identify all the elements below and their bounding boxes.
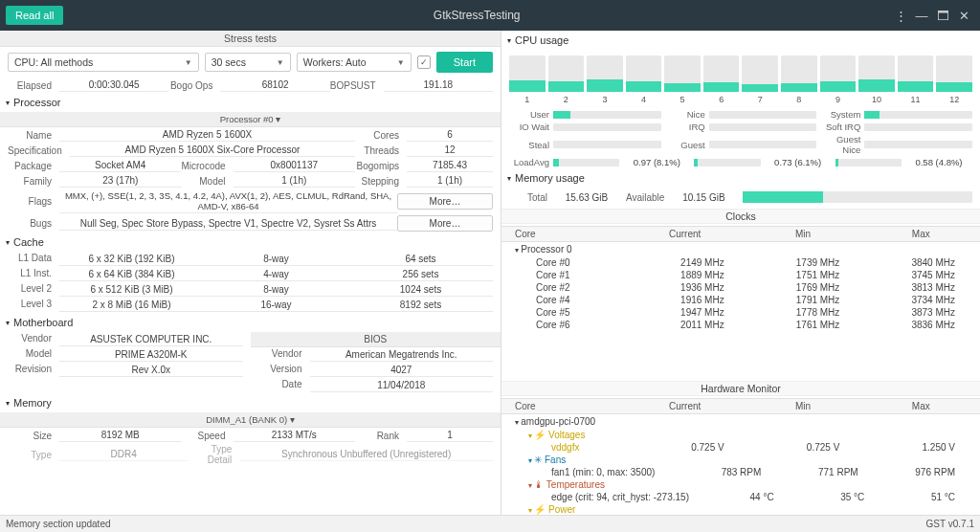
cpu-bar bbox=[626, 55, 662, 92]
cpu-bar bbox=[936, 55, 972, 92]
temps-node[interactable]: 🌡 Temperatures bbox=[501, 478, 980, 491]
bops-value: 191.18 bbox=[384, 78, 493, 92]
hwmon-header: Hardware Monitor bbox=[501, 381, 980, 396]
workers-combo[interactable]: Workers: Auto▼ bbox=[297, 53, 412, 72]
flags-more-button[interactable]: More… bbox=[397, 193, 493, 210]
mem-bar bbox=[743, 191, 972, 203]
clock-row: Core #11889 MHz1751 MHz3745 MHz bbox=[501, 269, 980, 281]
fan1-max: 976 RPM bbox=[876, 467, 972, 477]
memusage-expander[interactable]: ▾Memory usage bbox=[501, 168, 980, 188]
cache-expander[interactable]: ▾Cache bbox=[0, 233, 501, 252]
app-title: GtkStressTesting bbox=[63, 9, 890, 22]
fan1-label: fan1 (min: 0, max: 3500) bbox=[509, 467, 681, 477]
cpu-pkg: Socket AM4 bbox=[59, 159, 181, 172]
clocks-header: Clocks bbox=[501, 209, 980, 224]
motherboard-expander[interactable]: ▾Motherboard bbox=[0, 313, 501, 332]
cpu-family: 23 (17h) bbox=[59, 174, 182, 188]
keep-checkbox[interactable]: ✓ bbox=[417, 55, 431, 69]
loadavg-bar bbox=[694, 159, 760, 166]
mobo-vendor: ASUSTeK COMPUTER INC. bbox=[59, 333, 243, 346]
cpu-bar bbox=[858, 55, 895, 92]
clocks-proc0[interactable]: Processor 0 bbox=[501, 242, 980, 256]
right-pane: ▾CPU usage 123456789101112 UserNiceSyste… bbox=[501, 31, 980, 515]
mobo-rev: Rev X.0x bbox=[59, 364, 243, 377]
power-node[interactable]: ⚡ Power bbox=[501, 503, 980, 515]
cpu-ucode: 0x8001137 bbox=[234, 159, 355, 172]
bios-ver: 4027 bbox=[310, 364, 494, 377]
titlebar: Read all GtkStressTesting ⋮ — 🗖 ✕ bbox=[0, 0, 980, 31]
status-msg: Memory section updated bbox=[6, 519, 111, 529]
cpu-model: 1 (1h) bbox=[234, 174, 356, 188]
close-icon[interactable]: ✕ bbox=[953, 9, 974, 23]
cpu-bar bbox=[703, 55, 740, 92]
bogo-value: 68102 bbox=[220, 78, 329, 92]
cpu-bugs: Null Seg, Spec Store Bypass, Spectre V1,… bbox=[59, 217, 397, 231]
cpu-bar bbox=[898, 55, 934, 92]
cpu-bar bbox=[587, 55, 623, 92]
cpu-spec: AMD Ryzen 5 1600X Six-Core Processor bbox=[70, 144, 355, 157]
cpu-flags: MMX, (+), SSE(1, 2, 3, 3S, 4.1, 4.2, 4A)… bbox=[59, 189, 397, 213]
cpu-step: 1 (1h) bbox=[407, 174, 493, 188]
processor-expander[interactable]: ▾Processor bbox=[0, 93, 501, 112]
bios-date: 11/04/2018 bbox=[310, 379, 494, 392]
cpu-bar bbox=[742, 55, 778, 92]
vddgfx-min: 0.725 V bbox=[742, 442, 858, 453]
vddgfx-max: 1.250 V bbox=[857, 442, 972, 453]
cpu-bar bbox=[781, 55, 817, 92]
cpuusage-expander[interactable]: ▾CPU usage bbox=[501, 31, 980, 50]
elapsed-label: Elapsed bbox=[8, 80, 59, 91]
bugs-more-button[interactable]: More… bbox=[397, 215, 493, 232]
memory-expander[interactable]: ▾Memory bbox=[0, 393, 501, 412]
minimize-icon[interactable]: — bbox=[911, 9, 932, 23]
mem-type: DDR4 bbox=[59, 448, 188, 461]
mem-size: 8192 MB bbox=[59, 429, 182, 442]
mem-avail: 10.15 GiB bbox=[670, 192, 737, 203]
statusbar: Memory section updated GST v0.7.1 bbox=[0, 515, 980, 532]
clock-row: Core #21936 MHz1769 MHz3813 MHz bbox=[501, 281, 980, 294]
maximize-icon[interactable]: 🗖 bbox=[932, 9, 953, 23]
elapsed-value: 0:00:30.045 bbox=[59, 78, 168, 92]
voltages-node[interactable]: ⚡ Voltages bbox=[501, 429, 980, 441]
loadavg-2: 0.73 (6.1%) bbox=[765, 157, 832, 167]
bios-vendor: American Megatrends Inc. bbox=[310, 348, 494, 362]
read-all-button[interactable]: Read all bbox=[6, 6, 63, 25]
menu-icon[interactable]: ⋮ bbox=[890, 9, 911, 23]
mobo-model: PRIME A320M-K bbox=[59, 348, 243, 362]
edge-cur: 44 °C bbox=[701, 492, 791, 502]
clock-row: Core #41916 MHz1791 MHz3734 MHz bbox=[501, 294, 980, 306]
cpu-bar bbox=[509, 55, 546, 92]
loadavg-1: 0.97 (8.1%) bbox=[623, 157, 690, 167]
method-combo[interactable]: CPU: All methods▼ bbox=[8, 53, 199, 72]
status-version: GST v0.7.1 bbox=[926, 519, 974, 529]
bios-header: BIOS bbox=[251, 332, 501, 347]
stress-header: Stress tests bbox=[0, 31, 501, 47]
cache-val: 2 x 8 MiB (16 MiB) bbox=[59, 299, 204, 312]
processor-chip[interactable]: Processor #0 ▾ bbox=[0, 112, 501, 127]
hwmon-chip[interactable]: amdgpu-pci-0700 bbox=[501, 414, 980, 429]
vddgfx-cur: 0.725 V bbox=[626, 442, 742, 453]
cpu-bar bbox=[820, 55, 857, 92]
time-combo[interactable]: 30 secs▼ bbox=[205, 53, 291, 72]
memory-bank-combo[interactable]: DIMM_A1 (BANK 0) ▾ bbox=[0, 412, 501, 428]
fans-node[interactable]: ✳ Fans bbox=[501, 454, 980, 466]
bogo-label: Bogo Ops bbox=[168, 80, 220, 91]
cpu-bar bbox=[664, 55, 701, 92]
start-button[interactable]: Start bbox=[436, 52, 493, 73]
loadavg-bar bbox=[835, 159, 902, 166]
mem-total: 15.63 GiB bbox=[553, 192, 620, 203]
mem-typedetail: Synchronous Unbuffered (Unregistered) bbox=[239, 448, 493, 461]
bops-label: BOPSUST bbox=[330, 80, 384, 91]
chevron-down-icon: ▼ bbox=[397, 58, 405, 67]
mem-speed: 2133 MT/s bbox=[234, 429, 356, 442]
mem-rank: 1 bbox=[407, 429, 493, 442]
edge-min: 35 °C bbox=[791, 492, 882, 502]
edge-label: edge (crit: 94, crit_hyst: -273.15) bbox=[509, 492, 701, 502]
clock-row: Core #02149 MHz1739 MHz3840 MHz bbox=[501, 256, 980, 269]
cache-val: 6 x 32 KiB (192 KiB) bbox=[59, 253, 204, 266]
cpu-bar bbox=[548, 55, 585, 92]
fan1-cur: 783 RPM bbox=[681, 467, 778, 477]
cache-val: 6 x 512 KiB (3 MiB) bbox=[59, 283, 204, 297]
clock-row: Core #51947 MHz1778 MHz3873 MHz bbox=[501, 306, 980, 319]
cpu-name: AMD Ryzen 5 1600X bbox=[59, 128, 355, 142]
cpu-threads: 12 bbox=[407, 144, 493, 157]
